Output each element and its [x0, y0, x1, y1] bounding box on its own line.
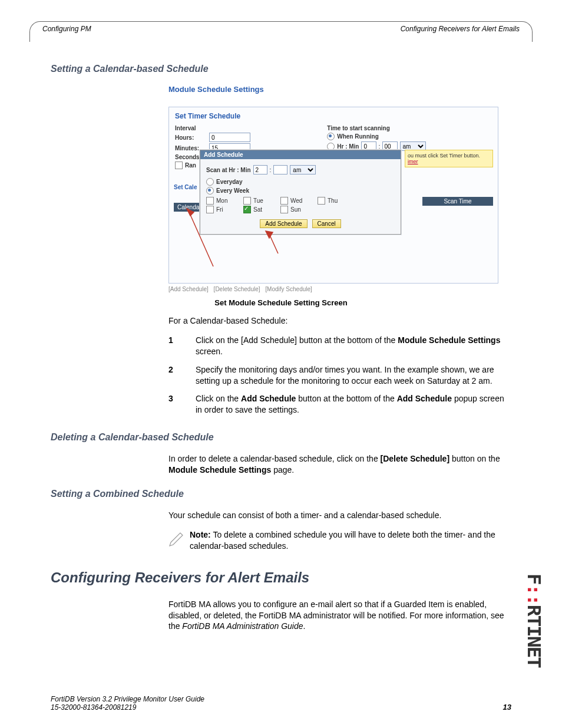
scan-time-bar: Scan Time	[422, 197, 493, 206]
everyday-radio[interactable]	[206, 178, 214, 186]
page-footer: FortiDB Version 3.2 Privilege Monitor Us…	[51, 695, 511, 711]
mon-checkbox[interactable]	[206, 197, 214, 205]
sun-label: Sun	[290, 206, 318, 213]
hours-label: Hours:	[175, 134, 209, 141]
h2-configuring-receivers: Configuring Receivers for Alert Emails	[51, 569, 511, 586]
hrmin-radio[interactable]	[327, 143, 335, 150]
hint-box: ou must click Set Timer button. imer	[405, 150, 493, 167]
scan-hr-input[interactable]	[253, 165, 267, 174]
hint-line2: imer	[408, 159, 490, 164]
hrmin-label: Hr : Min	[337, 143, 359, 150]
document-page: Configuring PM Configuring Receivers for…	[0, 0, 562, 728]
embedded-screenshot: Module Schedule Settings Set Timer Sched…	[168, 85, 498, 292]
svg-marker-3	[266, 231, 273, 238]
tue-checkbox[interactable]	[243, 197, 251, 205]
combined-text: Your schedule can consist of both a time…	[168, 510, 511, 521]
annotation-arrows	[175, 207, 293, 278]
section-title-deleting: Deleting a Calendar-based Schedule	[51, 432, 511, 443]
receivers-text: FortiDB MA allows you to configure an e-…	[168, 599, 511, 633]
scan-at-label: Scan at Hr : Min	[206, 167, 251, 173]
section-title-setting-calendar: Setting a Calendar-based Schedule	[51, 64, 511, 74]
header-left: Configuring PM	[40, 25, 94, 33]
set-calendar-link[interactable]: Set Cale	[174, 184, 197, 190]
thu-label: Thu	[328, 197, 355, 204]
ran-checkbox[interactable]	[175, 162, 183, 169]
when-running-label: When Running	[337, 133, 379, 140]
time-start-label: Time to start scanning	[327, 125, 390, 131]
scan-min-input[interactable]	[273, 165, 287, 174]
intro-text: For a Calendar-based Schedule:	[168, 315, 511, 327]
header-right: Configuring Receivers for Alert Emails	[398, 25, 522, 33]
svg-line-0	[190, 213, 213, 266]
link-bar: [Add Schedule] [Delete Schedule] [Modify…	[168, 286, 498, 292]
step-2: Specify the monitoring days and/or times…	[168, 364, 511, 387]
step-1: Click on the [Add Schedule] button at th…	[168, 335, 511, 357]
wed-label: Wed	[290, 197, 318, 204]
svg-marker-1	[187, 209, 194, 216]
hint-line1: ou must click Set Timer button.	[408, 153, 490, 159]
panel-title: Set Timer Schedule	[175, 112, 492, 120]
add-schedule-link[interactable]: [Add Schedule]	[168, 286, 209, 292]
popup-title: Add Schedule	[200, 150, 401, 159]
scan-ampm-select[interactable]: am	[290, 165, 316, 174]
time-colon: :	[378, 143, 380, 150]
mon-label: Mon	[216, 197, 243, 204]
wed-checkbox[interactable]	[280, 197, 288, 205]
note-row: Note: To delete a combined schedule you …	[168, 529, 511, 552]
tue-label: Tue	[253, 197, 280, 204]
footer-line2: 15-32000-81364-20081219	[51, 703, 511, 711]
everyday-label: Everyday	[216, 179, 242, 185]
interval-label: Interval	[175, 125, 209, 131]
content-area: Setting a Calendar-based Schedule Module…	[51, 64, 511, 640]
everyweek-label: Every Week	[216, 187, 249, 194]
steps-list: Click on the [Add Schedule] button at th…	[168, 335, 511, 416]
step-3: Click on the Add Schedule button at the …	[168, 393, 511, 416]
section-title-combined: Setting a Combined Schedule	[51, 489, 511, 499]
cancel-button[interactable]: Cancel	[312, 219, 341, 228]
set-timer-panel: Set Timer Schedule Interval Hours: Minut…	[168, 107, 498, 284]
note-icon	[168, 529, 190, 552]
footer-line1: FortiDB Version 3.2 Privilege Monitor Us…	[51, 695, 511, 703]
deleting-text: In order to delete a calendar-based sche…	[168, 453, 511, 476]
everyweek-radio[interactable]	[206, 187, 214, 195]
ran-label: Ran	[185, 162, 196, 169]
scan-colon: :	[270, 167, 272, 173]
fortinet-logo: F::RTINET	[524, 574, 544, 667]
figure-caption: Set Module Schedule Setting Screen	[51, 298, 511, 307]
when-running-radio[interactable]	[327, 133, 335, 140]
thu-checkbox[interactable]	[318, 197, 325, 205]
delete-schedule-link[interactable]: [Delete Schedule]	[214, 286, 260, 292]
svg-line-2	[269, 234, 278, 253]
hours-input[interactable]	[209, 133, 250, 142]
scan-time-bar-wrap: Scan Time	[422, 202, 493, 206]
module-title: Module Schedule Settings	[168, 85, 498, 94]
page-number: 13	[503, 703, 511, 711]
modify-schedule-link[interactable]: [Modify Schedule]	[265, 286, 312, 292]
